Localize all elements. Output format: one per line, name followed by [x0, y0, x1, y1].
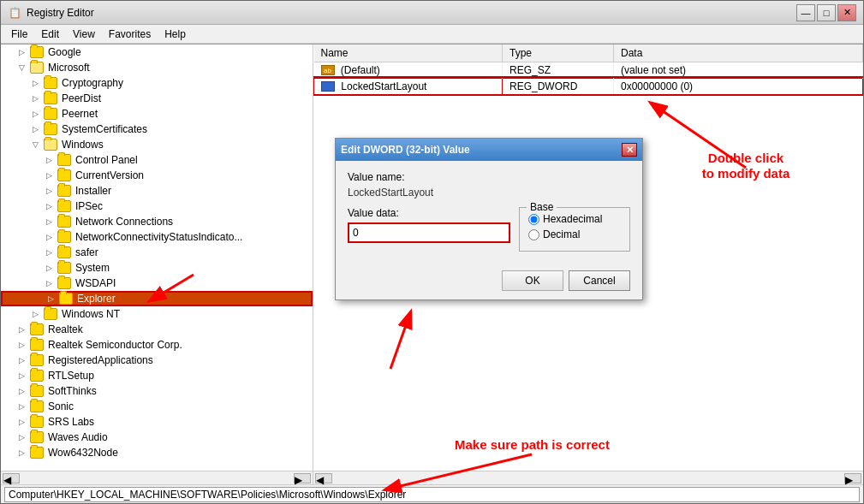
tree-item-explorer[interactable]: ▷ Explorer — [1, 291, 313, 306]
expand-realteksemi[interactable]: ▷ — [15, 338, 28, 352]
expand-peerdist[interactable]: ▷ — [28, 92, 42, 105]
hscroll-right-left-btn[interactable]: ◀ — [315, 473, 332, 483]
expand-rtlsetup[interactable]: ▷ — [15, 369, 28, 382]
expand-microsoft[interactable]: ▽ — [15, 61, 28, 74]
radio-decimal[interactable]: Decimal — [528, 228, 621, 240]
expand-registeredapps[interactable]: ▷ — [15, 353, 28, 367]
expand-google[interactable]: ▷ — [15, 45, 28, 59]
tree-item-microsoft[interactable]: ▽ Microsoft — [1, 60, 313, 75]
menu-edit[interactable]: Edit — [34, 27, 66, 42]
tree-item-networkconnections[interactable]: ▷ Network Connections — [1, 214, 313, 229]
tree-hscroll[interactable]: ◀ ▶ — [1, 471, 313, 484]
tree-item-wavesaudio[interactable]: ▷ Waves Audio — [1, 430, 313, 445]
folder-icon-sonic — [30, 400, 44, 412]
tree-item-networkconnectivity[interactable]: ▷ NetworkConnectivityStatusIndicato... — [1, 229, 313, 245]
maximize-button[interactable]: □ — [817, 4, 836, 21]
expand-safer[interactable]: ▷ — [42, 246, 56, 259]
tree-label-currentversion: CurrentVersion — [75, 169, 144, 181]
folder-icon-windowsnt — [44, 308, 57, 320]
tree-item-google[interactable]: ▷ Google — [1, 44, 313, 60]
expand-installer[interactable]: ▷ — [42, 184, 56, 198]
menu-help[interactable]: Help — [158, 27, 193, 42]
minimize-button[interactable]: — — [796, 4, 815, 21]
tree-item-windows[interactable]: ▽ Windows — [1, 137, 313, 152]
hscroll-track-left[interactable] — [20, 473, 294, 483]
value-name-label: Value name: — [348, 171, 630, 183]
tree-item-srslabs[interactable]: ▷ SRS Labs — [1, 414, 313, 430]
expand-srslabs[interactable]: ▷ — [15, 415, 28, 429]
expand-peernet[interactable]: ▷ — [28, 107, 42, 121]
title-bar: 📋 Registry Editor — □ ✕ — [1, 1, 863, 25]
col-type: Type — [503, 44, 614, 62]
tree-item-wsdapi[interactable]: ▷ WSDAPI — [1, 276, 313, 291]
tree-item-registeredapps[interactable]: ▷ RegisteredApplications — [1, 353, 313, 368]
hscroll-track-right[interactable] — [332, 473, 844, 483]
tree-item-controlpanel[interactable]: ▷ Control Panel — [1, 152, 313, 168]
tree-item-ipsec[interactable]: ▷ IPSec — [1, 199, 313, 214]
expand-system[interactable]: ▷ — [42, 261, 56, 275]
tree-item-realteksemi[interactable]: ▷ Realtek Semiconductor Corp. — [1, 337, 313, 353]
horizontal-scrollbar[interactable]: ◀ ▶ ◀ ▶ — [1, 471, 863, 484]
folder-icon-currentversion — [57, 169, 71, 181]
expand-wsdapi[interactable]: ▷ — [42, 276, 56, 290]
expand-systemcertificates[interactable]: ▷ — [28, 122, 42, 136]
tree-label-google: Google — [48, 46, 81, 58]
tree-label-srslabs: SRS Labs — [48, 416, 94, 428]
expand-controlpanel[interactable]: ▷ — [42, 153, 56, 167]
dialog-cancel-button[interactable]: Cancel — [569, 270, 630, 291]
tree-label-windows: Windows — [62, 139, 104, 151]
expand-explorer[interactable]: ▷ — [44, 292, 57, 305]
expand-realtek[interactable]: ▷ — [15, 323, 28, 336]
dialog-title-bar: Edit DWORD (32-bit) Value ✕ — [336, 139, 642, 161]
tree-item-realtek[interactable]: ▷ Realtek — [1, 322, 313, 337]
hscroll-left-btn[interactable]: ◀ — [3, 473, 20, 483]
tree-label-installer: Installer — [75, 185, 111, 197]
value-data-input[interactable] — [348, 222, 510, 243]
expand-sonic[interactable]: ▷ — [15, 400, 28, 413]
tree-item-system[interactable]: ▷ System — [1, 260, 313, 276]
table-row[interactable]: ab (Default) REG_SZ (value not set) — [314, 62, 863, 78]
expand-windowsnt[interactable]: ▷ — [28, 307, 42, 321]
radio-hexadecimal[interactable]: Hexadecimal — [528, 213, 621, 225]
tree-item-installer[interactable]: ▷ Installer — [1, 183, 313, 199]
tree-item-peerdist[interactable]: ▷ PeerDist — [1, 91, 313, 106]
tree-item-windowsnt[interactable]: ▷ Windows NT — [1, 306, 313, 322]
tree-item-peernet[interactable]: ▷ Peernet — [1, 106, 313, 122]
table-row-locked[interactable]: LockedStartLayout REG_DWORD 0x00000000 (… — [314, 78, 863, 94]
expand-wavesaudio[interactable]: ▷ — [15, 430, 28, 444]
tree-item-cryptography[interactable]: ▷ Cryptography — [1, 75, 313, 91]
values-hscroll[interactable]: ◀ ▶ — [313, 471, 863, 484]
edit-dword-dialog[interactable]: Edit DWORD (32-bit) Value ✕ Value name: … — [335, 138, 643, 300]
expand-networkconnectivity[interactable]: ▷ — [42, 230, 56, 244]
tree-item-rtlsetup[interactable]: ▷ RTLSetup — [1, 368, 313, 383]
tree-item-currentversion[interactable]: ▷ CurrentVersion — [1, 168, 313, 183]
tree-label-wavesaudio: Waves Audio — [48, 431, 108, 443]
expand-ipsec[interactable]: ▷ — [42, 199, 56, 213]
tree-item-systemcertificates[interactable]: ▷ SystemCertificates — [1, 122, 313, 137]
expand-currentversion[interactable]: ▷ — [42, 169, 56, 182]
close-button[interactable]: ✕ — [837, 4, 856, 21]
tree-item-wow6432node[interactable]: ▷ Wow6432Node — [1, 445, 313, 460]
radio-dec-input[interactable] — [528, 229, 539, 240]
tree-item-softthinks[interactable]: ▷ SoftThinks — [1, 383, 313, 399]
tree-item-safer[interactable]: ▷ safer — [1, 245, 313, 260]
menu-favorites[interactable]: Favorites — [102, 27, 158, 42]
menu-view[interactable]: View — [66, 27, 102, 42]
dialog-ok-button[interactable]: OK — [502, 270, 563, 291]
menu-file[interactable]: File — [4, 27, 34, 42]
expand-windows[interactable]: ▽ — [28, 138, 42, 151]
expand-cryptography[interactable]: ▷ — [28, 76, 42, 90]
dialog-title: Edit DWORD (32-bit) Value — [341, 144, 470, 156]
tree-label-cryptography: Cryptography — [62, 77, 123, 89]
hscroll-right-btn[interactable]: ▶ — [294, 473, 311, 483]
registry-tree[interactable]: ▷ Google ▽ Microsoft ▷ Cryptography — [1, 44, 313, 471]
folder-icon-controlpanel — [57, 154, 71, 166]
folder-icon-networkconnections — [57, 216, 71, 228]
expand-networkconnections[interactable]: ▷ — [42, 215, 56, 228]
expand-softthinks[interactable]: ▷ — [15, 384, 28, 398]
dialog-close-button[interactable]: ✕ — [622, 143, 637, 157]
tree-item-sonic[interactable]: ▷ Sonic — [1, 399, 313, 414]
radio-hex-input[interactable] — [528, 214, 539, 225]
hscroll-right-right-btn[interactable]: ▶ — [844, 473, 861, 483]
expand-wow6432node[interactable]: ▷ — [15, 446, 28, 460]
